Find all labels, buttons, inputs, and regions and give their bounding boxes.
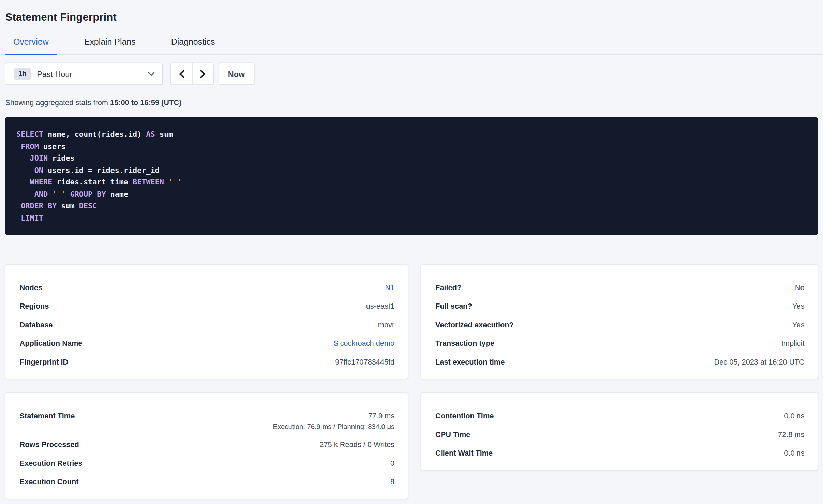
- stat-row: CPU Time72.8 ms: [435, 425, 805, 444]
- stat-label: Client Wait Time: [435, 448, 493, 458]
- time-pager: [170, 63, 214, 85]
- page-header: Statement Fingerprint: [0, 0, 823, 23]
- sql-token: name: [106, 190, 128, 198]
- stat-label: Database: [20, 320, 53, 330]
- sql-token: DESC: [79, 202, 97, 210]
- stat-label: Execution Count: [20, 477, 79, 487]
- sql-token: name, count(rides.id): [43, 130, 146, 138]
- stat-value: 0.0 ns: [784, 448, 804, 458]
- sql-line: LIMIT _: [16, 212, 807, 224]
- stat-value-wrap: Implicit: [781, 338, 805, 349]
- sql-token: [16, 142, 21, 150]
- stat-value-wrap: N1: [385, 283, 394, 293]
- sql-token: '_': [52, 190, 65, 198]
- interval-label: Past Hour: [37, 69, 148, 78]
- stat-row: Execution Retries0: [20, 454, 395, 472]
- stat-value-wrap: 72.8 ms: [778, 430, 804, 440]
- stat-value-wrap: Dec 05, 2023 at 16:20 UTC: [714, 357, 804, 367]
- sql-token: users: [39, 142, 66, 150]
- stat-row: Transaction typeImplicit: [435, 334, 805, 353]
- time-interval-dropdown[interactable]: 1h Past Hour: [5, 63, 163, 85]
- stat-detail: Execution: 76.9 ms / Planning: 834.0 μs: [273, 422, 394, 431]
- tab-overview[interactable]: Overview: [5, 36, 57, 54]
- sql-token: JOIN: [30, 154, 48, 162]
- stat-row: Rows Processed275 k Reads / 0 Writes: [20, 435, 395, 454]
- tab-bar: Overview Explain Plans Diagnostics: [0, 36, 823, 55]
- stat-label: Regions: [20, 301, 49, 311]
- sql-line: WHERE rides.start_time BETWEEN '_': [16, 176, 807, 188]
- stat-value: Yes: [792, 301, 805, 311]
- stat-value: 72.8 ms: [778, 430, 804, 440]
- stat-row: Execution Count8: [20, 473, 395, 491]
- sql-token: SELECT: [16, 130, 43, 138]
- tab-diagnostics[interactable]: Diagnostics: [163, 36, 223, 54]
- card-statement-timing: Statement Time77.9 msExecution: 76.9 ms …: [5, 392, 408, 499]
- stat-row: Fingerprint ID97ffc170783445fd: [20, 353, 395, 371]
- stat-value: 0.0 ns: [784, 411, 804, 421]
- sql-token: sum: [155, 130, 173, 138]
- stat-value-wrap: No: [795, 283, 805, 293]
- stat-value-wrap: $ cockroach demo: [334, 338, 394, 349]
- stat-link[interactable]: $ cockroach demo: [334, 338, 394, 349]
- chevron-left-icon: [178, 69, 185, 78]
- sql-token: GROUP BY: [70, 190, 106, 198]
- stat-value: 77.9 ms: [368, 411, 394, 421]
- prev-interval-button[interactable]: [171, 63, 192, 84]
- stat-value: No: [795, 283, 805, 293]
- sql-line: ORDER BY sum DESC: [16, 200, 807, 212]
- stat-value-wrap: us-east1: [366, 301, 395, 311]
- sql-token: AS: [146, 130, 155, 138]
- stat-row: Failed?No: [435, 279, 805, 297]
- stat-value: 0: [390, 458, 394, 469]
- sql-token: [16, 190, 34, 198]
- sql-token: [16, 154, 30, 162]
- stat-value-wrap: movr: [378, 320, 394, 330]
- stat-label: Rows Processed: [20, 440, 79, 450]
- sql-line: ON users.id = rides.rider_id: [16, 164, 807, 176]
- sql-token: AND: [34, 190, 48, 198]
- stat-link[interactable]: N1: [385, 283, 394, 293]
- stat-row: Regionsus-east1: [20, 297, 395, 315]
- sql-token: [164, 178, 168, 186]
- chevron-down-icon: [148, 71, 155, 76]
- sql-token: ORDER BY: [21, 202, 57, 210]
- stat-value: Implicit: [781, 338, 805, 349]
- sql-token: BETWEEN: [133, 178, 164, 186]
- sql-token: [16, 202, 21, 210]
- sql-token: ON: [34, 166, 43, 174]
- card-statement-flags: Failed?NoFull scan?YesVectorized executi…: [420, 264, 818, 380]
- sql-token: FROM: [21, 142, 39, 150]
- stat-label: CPU Time: [435, 430, 470, 440]
- stat-value: 97ffc170783445fd: [335, 357, 394, 367]
- sql-token: [16, 178, 30, 186]
- stat-label: Fingerprint ID: [20, 357, 69, 367]
- stat-row: Contention Time0.0 ns: [435, 407, 805, 425]
- sql-token: WHERE: [30, 178, 53, 186]
- stat-label: Failed?: [435, 283, 461, 293]
- page-title: Statement Fingerprint: [5, 11, 818, 24]
- stat-label: Execution Retries: [20, 458, 83, 469]
- stat-value-wrap: 77.9 msExecution: 76.9 ms / Planning: 83…: [273, 411, 394, 431]
- sql-token: LIMIT: [21, 213, 43, 222]
- stat-label: Application Name: [20, 338, 83, 349]
- sql-statement-box: SELECT name, count(rides.id) AS sum FROM…: [5, 117, 818, 235]
- stat-value: 8: [390, 477, 394, 487]
- sql-token: [16, 213, 21, 222]
- next-interval-button[interactable]: [192, 63, 213, 84]
- card-statement-meta: NodesN1Regionsus-east1DatabasemovrApplic…: [5, 264, 408, 380]
- stat-value: Dec 05, 2023 at 16:20 UTC: [714, 357, 804, 367]
- sql-token: [48, 190, 52, 198]
- stat-label: Last execution time: [435, 357, 505, 367]
- summary-cards: NodesN1Regionsus-east1DatabasemovrApplic…: [5, 264, 818, 499]
- stat-label: Vectorized execution?: [435, 320, 514, 330]
- sql-token: users.id = rides.rider_id: [43, 166, 160, 174]
- now-button[interactable]: Now: [219, 63, 254, 85]
- stat-row: Last execution timeDec 05, 2023 at 16:20…: [435, 353, 805, 371]
- sql-code: SELECT name, count(rides.id) AS sum FROM…: [16, 128, 807, 224]
- card-statement-waits: Contention Time0.0 nsCPU Time72.8 msClie…: [420, 392, 818, 471]
- stat-label: Nodes: [20, 283, 43, 293]
- sql-token: _: [43, 213, 52, 222]
- tab-explain-plans[interactable]: Explain Plans: [76, 36, 143, 54]
- sql-line: JOIN rides: [16, 152, 807, 164]
- stat-row: Statement Time77.9 msExecution: 76.9 ms …: [20, 407, 395, 435]
